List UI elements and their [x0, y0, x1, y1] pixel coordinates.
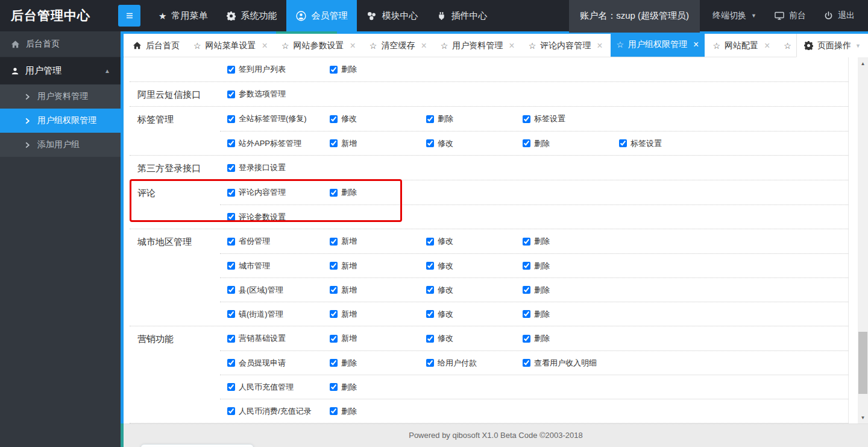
permission-item[interactable]: 会员提现申请	[227, 358, 330, 369]
permission-checkbox[interactable]	[523, 262, 530, 270]
scroll-down-arrow[interactable]: ▼	[858, 413, 868, 422]
permission-item[interactable]: 人民币消费/充值记录	[227, 406, 330, 417]
permission-checkbox[interactable]	[227, 90, 235, 98]
close-icon[interactable]: ×	[262, 41, 268, 51]
tab-user-group-permission[interactable]: ☆用户组权限管理×	[611, 34, 705, 57]
permission-checkbox[interactable]	[426, 262, 434, 270]
permission-checkbox[interactable]	[523, 310, 530, 318]
permission-item[interactable]: 删除	[330, 187, 426, 198]
topnav-item-system-functions[interactable]: 系统功能	[217, 0, 286, 31]
permission-checkbox[interactable]	[523, 139, 530, 147]
permission-checkbox[interactable]	[330, 310, 338, 318]
permission-checkbox[interactable]	[330, 383, 338, 391]
permission-checkbox[interactable]	[330, 359, 338, 367]
permission-checkbox[interactable]	[330, 262, 338, 270]
scroll-up-arrow[interactable]: ▲	[858, 59, 868, 68]
tab-truncated-tab[interactable]: ☆	[778, 34, 797, 57]
permission-item[interactable]: 给用户付款	[426, 358, 523, 369]
permission-checkbox[interactable]	[227, 407, 235, 415]
permission-checkbox[interactable]	[330, 115, 338, 123]
permission-item[interactable]: 修改	[426, 285, 523, 296]
sidebar-item-add-user-group[interactable]: 添加用户组	[0, 133, 121, 157]
logout-button[interactable]: 退出	[815, 10, 868, 21]
sidebar-section-user-management[interactable]: 用户管理 ▲	[0, 57, 121, 84]
permission-checkbox[interactable]	[227, 359, 235, 367]
close-icon[interactable]: ×	[764, 41, 770, 51]
permission-checkbox[interactable]	[330, 238, 338, 246]
permission-item[interactable]: 删除	[523, 236, 619, 247]
permission-item[interactable]: 省份管理	[227, 236, 330, 247]
permission-item[interactable]: 删除	[523, 261, 619, 271]
permission-item[interactable]: 新增	[330, 333, 426, 344]
topnav-item-plugin-center[interactable]: 插件中心	[427, 0, 497, 31]
permission-checkbox[interactable]	[227, 238, 235, 246]
terminal-switch-button[interactable]: 终端切换 ▼	[703, 10, 766, 21]
permission-checkbox[interactable]	[426, 310, 434, 318]
permission-checkbox[interactable]	[227, 286, 235, 294]
permission-item[interactable]: 城市管理	[227, 261, 330, 271]
permission-item[interactable]: 标签设置	[619, 138, 662, 149]
permission-item[interactable]: 修改	[426, 309, 523, 320]
permission-checkbox[interactable]	[330, 335, 338, 343]
permission-item[interactable]: 营销基础设置	[227, 333, 330, 344]
permission-checkbox[interactable]	[227, 115, 235, 123]
permission-checkbox[interactable]	[426, 335, 434, 343]
permission-item[interactable]: 删除	[523, 309, 619, 320]
sidebar-item-user-group-permission[interactable]: 用户组权限管理	[0, 109, 121, 133]
permission-item[interactable]: 删除	[426, 113, 523, 124]
permission-item[interactable]: 删除	[330, 382, 426, 393]
close-icon[interactable]: ×	[350, 41, 355, 51]
permission-checkbox[interactable]	[330, 407, 338, 415]
permission-item[interactable]: 评论参数设置	[227, 212, 330, 223]
permission-item[interactable]: 删除	[523, 285, 619, 296]
permission-checkbox[interactable]	[227, 335, 235, 343]
permission-item[interactable]: 修改	[426, 261, 523, 271]
permission-item[interactable]: 人民币充值管理	[227, 382, 330, 393]
close-icon[interactable]: ×	[597, 41, 602, 51]
permission-checkbox[interactable]	[426, 139, 434, 147]
sidebar-item-user-profile-management[interactable]: 用户资料管理	[0, 84, 121, 109]
permission-checkbox[interactable]	[227, 383, 235, 391]
permission-checkbox[interactable]	[330, 286, 338, 294]
scrollbar-thumb[interactable]	[858, 332, 867, 394]
permission-item[interactable]: 查看用户收入明细	[523, 358, 619, 369]
permission-checkbox[interactable]	[227, 164, 235, 172]
tab-user-profile-management[interactable]: ☆用户资料管理×	[435, 34, 521, 57]
permission-item[interactable]: 删除	[523, 333, 619, 344]
permission-item[interactable]: 签到用户列表	[227, 64, 330, 75]
permission-checkbox[interactable]	[227, 213, 235, 221]
frontend-button[interactable]: 前台	[766, 10, 815, 21]
permission-item[interactable]: 新增	[330, 285, 426, 296]
tab-site-menu-settings[interactable]: ☆网站菜单设置×	[187, 34, 274, 57]
permission-checkbox[interactable]	[227, 310, 235, 318]
permission-checkbox[interactable]	[426, 286, 434, 294]
permission-checkbox[interactable]	[523, 335, 530, 343]
tab-clear-cache[interactable]: ☆清空缓存×	[363, 34, 433, 57]
permission-item[interactable]: 删除	[523, 138, 619, 149]
topnav-item-common-menu[interactable]: ★常用菜单	[149, 0, 217, 31]
permission-item[interactable]: 修改	[426, 333, 523, 344]
tab-comment-content-management[interactable]: ☆评论内容管理×	[523, 34, 609, 57]
permission-checkbox[interactable]	[227, 139, 235, 147]
permission-item[interactable]: 删除	[330, 406, 426, 417]
permission-item[interactable]: 站外APP标签管理	[227, 138, 330, 149]
tab-home[interactable]: 后台首页	[127, 34, 186, 57]
permission-checkbox[interactable]	[426, 238, 434, 246]
permission-item[interactable]: 新增	[330, 138, 426, 149]
permission-item[interactable]: 修改	[426, 138, 523, 149]
close-icon[interactable]: ×	[421, 41, 426, 51]
permission-item[interactable]: 参数选项管理	[227, 89, 330, 100]
permission-checkbox[interactable]	[523, 238, 530, 246]
permission-item[interactable]: 删除	[330, 64, 426, 75]
permission-item[interactable]: 删除	[330, 358, 426, 369]
vertical-scrollbar[interactable]: ▲ ▼	[858, 57, 868, 423]
close-icon[interactable]: ×	[509, 41, 514, 51]
permission-item[interactable]: 评论内容管理	[227, 187, 330, 198]
close-icon[interactable]: ×	[693, 40, 699, 49]
permission-checkbox[interactable]	[619, 139, 627, 147]
permission-item[interactable]: 修改	[426, 236, 523, 247]
permission-checkbox[interactable]	[426, 359, 434, 367]
sidebar-item-home[interactable]: 后台首页	[0, 31, 121, 57]
topnav-item-module-center[interactable]: 模块中心	[357, 0, 427, 31]
permission-item[interactable]: 修改	[330, 113, 426, 124]
